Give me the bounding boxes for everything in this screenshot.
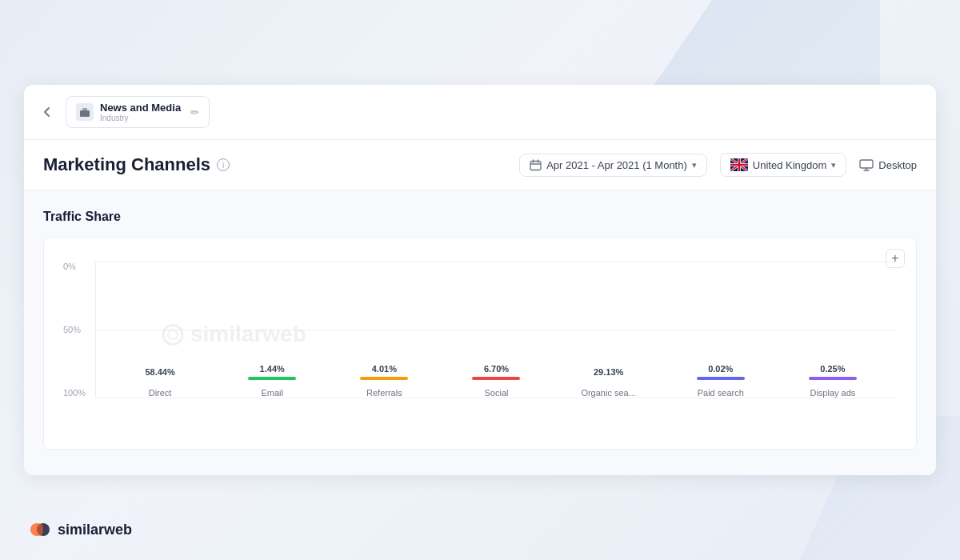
svg-rect-0: [80, 110, 90, 117]
bar-group-paid: 0.02% Paid search: [665, 364, 777, 398]
svg-rect-2: [530, 161, 541, 170]
filters-group: Apr 2021 - Apr 2021 (1 Month) ▾ Unit: [519, 153, 917, 177]
bar-display: [809, 377, 857, 380]
date-filter-button[interactable]: Apr 2021 - Apr 2021 (1 Month) ▾: [519, 154, 707, 177]
bar-group-social: 6.70% Social: [440, 364, 552, 398]
back-button[interactable]: [40, 105, 54, 119]
bar-group-referrals: 4.01% Referrals: [328, 364, 440, 398]
grid-line-0: [96, 398, 897, 398]
date-range-label: Apr 2021 - Apr 2021 (1 Month): [546, 159, 687, 171]
country-chevron-icon: ▾: [831, 160, 836, 170]
bar-value-referrals: 4.01%: [372, 364, 397, 374]
chart-drawing-area: similarweb 58.44% Direct 1.44%: [95, 262, 897, 398]
header-bar: News and Media Industry ✏: [24, 85, 936, 140]
info-icon[interactable]: i: [217, 158, 230, 171]
uk-flag-icon: [730, 158, 748, 171]
main-container: News and Media Industry ✏ Marketing Chan…: [24, 85, 936, 475]
y-label-0: 0%: [63, 262, 92, 271]
svg-point-22: [37, 523, 43, 536]
y-axis-labels: 100% 50% 0%: [63, 262, 92, 398]
bar-value-email: 1.44%: [260, 364, 285, 374]
device-text: Desktop: [878, 159, 917, 171]
svg-rect-1: [82, 108, 87, 110]
edit-icon[interactable]: ✏: [190, 106, 199, 118]
industry-badge: News and Media Industry ✏: [66, 96, 210, 128]
section-title: Traffic Share: [43, 210, 917, 224]
bar-value-paid: 0.02%: [708, 364, 733, 374]
bar-group-organic: 29.13% Organic sea...: [553, 367, 665, 398]
similarweb-logo-icon: [29, 518, 51, 541]
content-area: Traffic Share + 100% 50% 0%: [24, 190, 936, 475]
bar-email: [248, 377, 296, 380]
device-label: Desktop: [859, 159, 917, 171]
bar-group-email: 1.44% Email: [216, 364, 328, 398]
page-title-group: Marketing Channels i: [43, 154, 230, 175]
bar-referrals: [360, 377, 408, 380]
bar-label-paid: Paid search: [698, 388, 744, 398]
bar-label-display: Display ads: [810, 388, 855, 398]
y-label-50: 50%: [63, 325, 92, 334]
industry-name: News and Media: [100, 102, 181, 114]
bar-value-organic: 29.13%: [594, 367, 623, 377]
bar-label-referrals: Referrals: [366, 388, 402, 398]
bar-chart: 100% 50% 0% simil: [63, 254, 897, 430]
calendar-icon: [530, 159, 542, 171]
y-label-100: 100%: [63, 388, 92, 398]
industry-label: Industry: [100, 114, 181, 122]
bar-group-direct: 58.44% Direct: [104, 367, 216, 398]
page-title: Marketing Channels: [43, 154, 210, 175]
desktop-icon: [859, 159, 874, 171]
bar-label-organic: Organic sea...: [581, 388, 635, 398]
bar-value-display: 0.25%: [820, 364, 845, 374]
bar-group-display: 0.25% Display ads: [777, 364, 889, 398]
industry-text: News and Media Industry: [100, 102, 181, 122]
bottom-branding: similarweb: [29, 518, 132, 541]
page-title-row: Marketing Channels i Apr 2021 - Apr 2021…: [24, 140, 936, 190]
similarweb-logo-text: similarweb: [58, 522, 132, 538]
industry-icon: [76, 103, 94, 121]
country-filter-button[interactable]: United Kingdom ▾: [720, 153, 847, 177]
bar-paid: [697, 377, 745, 380]
country-label: United Kingdom: [753, 159, 827, 171]
bar-label-social: Social: [485, 388, 509, 398]
date-chevron-icon: ▾: [692, 160, 697, 170]
bar-social: [472, 377, 520, 380]
chart-card: + 100% 50% 0%: [43, 237, 917, 450]
bars-container: 58.44% Direct 1.44% Email 4.01%: [104, 262, 889, 398]
bar-value-social: 6.70%: [484, 364, 509, 374]
bar-value-direct: 58.44%: [145, 367, 174, 377]
bar-label-email: Email: [261, 388, 283, 398]
bar-label-direct: Direct: [149, 388, 172, 398]
svg-rect-15: [860, 160, 873, 168]
